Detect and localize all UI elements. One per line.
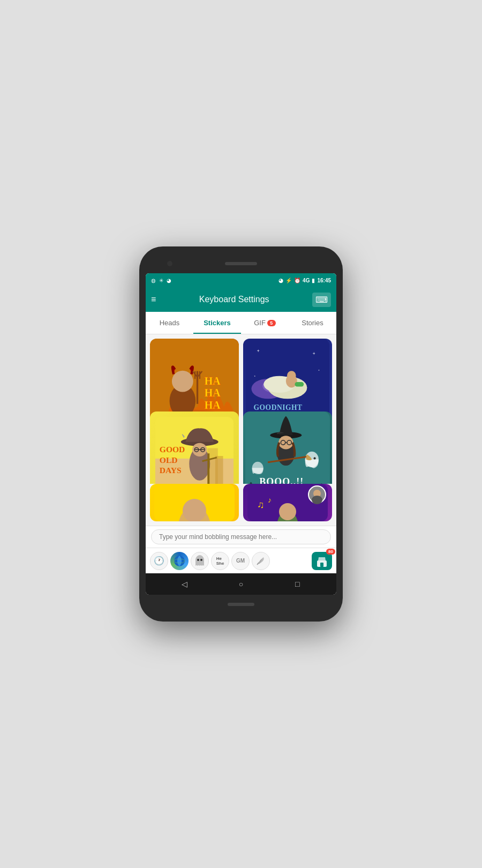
keyboard-toolbar: 🕐 HeShe GM — [146, 548, 336, 573]
sticker-witch-svg: BOOO..!! — [243, 411, 332, 484]
svg-text:BOOO..!!: BOOO..!! — [259, 476, 304, 484]
input-bar — [146, 526, 336, 548]
sticker-grid: HA HA HA + + * * — [146, 334, 336, 484]
sticker-goodnight-svg: + + * * — [243, 339, 332, 422]
tab-heads[interactable]: Heads — [146, 312, 193, 334]
svg-rect-27 — [215, 456, 223, 484]
tab-stickers[interactable]: Stickers — [193, 312, 241, 334]
clock-icon-button[interactable]: 🕐 — [150, 552, 168, 570]
ghost-icon-button[interactable] — [191, 552, 209, 570]
bluetooth-icon: ⚡ — [285, 278, 292, 283]
phone-top-bar — [146, 256, 336, 271]
sticker-goodolddays-content: GOOD OLD DAYS — [150, 411, 239, 484]
app-bar: ≡ Keyboard Settings ⌨ — [146, 287, 336, 312]
store-button[interactable]: 80 — [312, 552, 332, 570]
hamburger-menu-button[interactable]: ≡ — [151, 295, 156, 304]
svg-text:+: + — [257, 348, 260, 354]
back-button[interactable]: ◁ — [177, 576, 193, 592]
svg-point-54 — [183, 499, 206, 521]
bottom-bar-indicator — [228, 603, 254, 606]
svg-point-67 — [200, 559, 202, 561]
alarm-icon: ⏰ — [294, 278, 300, 283]
gm-icon-button[interactable]: GM — [231, 552, 250, 570]
ghost-svg — [194, 555, 206, 567]
phone-speaker — [225, 262, 257, 265]
store-badge: 80 — [326, 549, 335, 555]
status-bar: ◍ ✳ ◕ ◕ ⚡ ⏰ 4G ▮ 16:45 — [146, 273, 336, 287]
phone-screen: ◍ ✳ ◕ ◕ ⚡ ⏰ 4G ▮ 16:45 ≡ Keyboard Settin… — [146, 273, 336, 595]
phone-device: ◍ ✳ ◕ ◕ ⚡ ⏰ 4G ▮ 16:45 ≡ Keyboard Settin… — [139, 246, 343, 622]
time-display: 16:45 — [317, 278, 331, 283]
phone-bottom-bar — [146, 597, 336, 612]
status-icons-right: ◕ ⚡ ⏰ 4G ▮ 16:45 — [278, 278, 331, 283]
tabs-bar: Heads Stickers GIF 5 Stories — [146, 312, 336, 334]
sticker-purple-partial-svg: ♫ ♪ — [243, 484, 332, 521]
svg-text:♫: ♫ — [257, 499, 265, 510]
svg-text:HA: HA — [205, 387, 221, 399]
tab-stories[interactable]: Stories — [289, 312, 336, 334]
feather-icon-button[interactable] — [252, 552, 270, 570]
sticker-witch-content: BOOO..!! — [243, 411, 332, 484]
pinwheel-icon: ✳ — [159, 278, 163, 283]
svg-point-62 — [312, 496, 322, 504]
store-svg — [316, 555, 328, 567]
sticker-partial-purple[interactable]: ♫ ♪ — [243, 484, 332, 521]
keyboard-settings-icon[interactable]: ⌨ — [312, 293, 331, 307]
recents-button[interactable]: □ — [289, 576, 305, 592]
svg-text:HA: HA — [205, 399, 221, 411]
svg-text:DAYS: DAYS — [160, 466, 182, 475]
svg-text:OLD: OLD — [160, 455, 178, 464]
sticker-goodolddays[interactable]: GOOD OLD DAYS — [150, 411, 239, 484]
battery-icon: ▮ — [312, 278, 315, 283]
podcast-icon: ◕ — [167, 278, 171, 283]
4g-icon: 4G — [303, 278, 310, 283]
sticker-cowboy-svg: GOOD OLD DAYS — [155, 417, 234, 484]
earth-icon-button[interactable] — [170, 552, 189, 570]
svg-text:HA: HA — [205, 375, 221, 387]
feather-svg — [255, 555, 267, 567]
gif-badge: 5 — [267, 320, 276, 326]
status-icons-left: ◍ ✳ ◕ — [151, 278, 171, 283]
partial-stickers-row: ♫ ♪ — [146, 484, 336, 526]
svg-point-59 — [279, 503, 296, 520]
app-bar-title: Keyboard Settings — [156, 295, 312, 304]
nav-bar: ◁ ○ □ — [146, 573, 336, 595]
svg-text:♪: ♪ — [268, 496, 272, 504]
tab-gif[interactable]: GIF 5 — [241, 312, 289, 334]
svg-point-3 — [172, 371, 193, 392]
svg-point-42 — [313, 457, 315, 459]
instagram-icon: ◍ — [151, 278, 156, 283]
home-button[interactable]: ○ — [233, 576, 249, 592]
svg-rect-22 — [295, 382, 304, 386]
svg-rect-69 — [320, 563, 323, 567]
sticker-witch[interactable]: BOOO..!! — [243, 411, 332, 484]
svg-text:GOOD: GOOD — [160, 445, 185, 454]
svg-point-66 — [197, 559, 199, 561]
svg-text:GOODNIGHT: GOODNIGHT — [254, 403, 303, 411]
sticker-partial-yellow[interactable] — [150, 484, 239, 521]
phone-camera — [167, 261, 172, 266]
message-input[interactable] — [151, 529, 331, 544]
earth-svg — [174, 555, 185, 567]
svg-text:+: + — [313, 351, 315, 356]
pronoun-icon-button[interactable]: HeShe — [211, 552, 229, 570]
svg-point-21 — [287, 371, 296, 380]
sticker-yellow-partial-svg — [150, 484, 239, 521]
cast-icon: ◕ — [278, 278, 283, 283]
